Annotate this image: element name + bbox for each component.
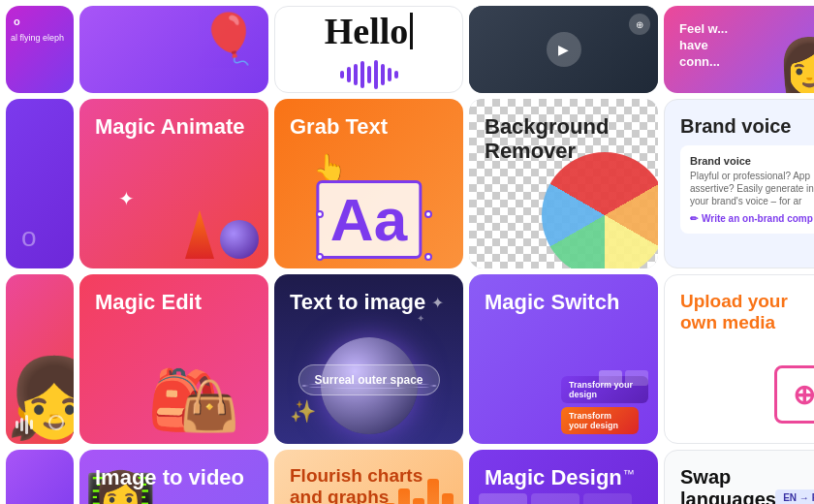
sparkle-icon: ✦ xyxy=(118,187,135,210)
preview-card-2 xyxy=(531,493,579,504)
cell-partial-left-2: o xyxy=(6,99,74,268)
wave-bar xyxy=(340,71,344,79)
selection-dot-bl xyxy=(316,253,324,261)
bv-card-title: Brand voice xyxy=(690,155,814,167)
magic-design-label: Magic Design xyxy=(485,465,622,489)
design-previews xyxy=(479,493,648,504)
image-to-video-label: Image to video xyxy=(95,465,253,489)
preview-card-3 xyxy=(583,493,632,504)
play-button[interactable]: ▶ xyxy=(547,32,581,67)
cell-grab-text[interactable]: Grab Text 👆 Aa xyxy=(274,99,463,268)
wave-bar xyxy=(388,68,391,81)
grab-text-label: Grab Text xyxy=(290,114,448,139)
partial-subtext: al flying eleph xyxy=(11,33,64,44)
text-to-image-label: Text to image xyxy=(290,290,448,314)
cell-magic-animate[interactable]: Magic Animate ✦ xyxy=(79,99,268,268)
preview-card-1 xyxy=(479,493,527,504)
cell-swap-languages[interactable]: Swap languages EN → FR ES → DE xyxy=(664,450,814,504)
video-symbol: ⊕ xyxy=(636,19,643,30)
wave-bar xyxy=(367,66,371,83)
sphere-shape xyxy=(220,220,259,259)
wave-lines xyxy=(340,60,398,89)
magic-switch-label: Magic Switch xyxy=(485,290,642,314)
upload-logo: ⊕ xyxy=(774,365,814,424)
cell-magic-switch[interactable]: Magic Switch Transform your design Trans… xyxy=(469,274,658,444)
brand-voice-card: Brand voice Playful or professional? App… xyxy=(680,145,814,234)
magic-animate-label: Magic Animate xyxy=(95,114,253,139)
brand-voice-heading: Brand voice xyxy=(680,115,814,138)
wf-bar xyxy=(20,418,23,431)
waveform xyxy=(16,415,33,434)
thumbnail-row xyxy=(599,370,648,386)
cone-shape xyxy=(185,210,214,259)
partial-caption: Feel w...haveconn... xyxy=(679,21,728,71)
wave-bar xyxy=(354,64,358,85)
cell-text-to-image[interactable]: Text to image ✦ ✦ Surreal outer space ✨ xyxy=(274,274,463,444)
wave-bar xyxy=(360,61,364,88)
surreal-space-label: Surreal outer space xyxy=(297,364,439,395)
cell-magic-design[interactable]: Magic Design ™ xyxy=(469,450,658,504)
swap-languages-label: Swap languages xyxy=(680,466,814,504)
thumb-1 xyxy=(599,370,622,386)
wf-bar xyxy=(25,415,28,434)
video-icon: ⊕ xyxy=(629,14,650,35)
wave-bar xyxy=(374,60,378,89)
aa-text: Aa xyxy=(316,180,422,259)
cell-image-to-video[interactable]: Image to video 👩‍💻 xyxy=(79,450,268,504)
aa-container: Aa xyxy=(316,180,422,259)
selection-dot-tr xyxy=(424,210,432,218)
cell-brand-voice[interactable]: Brand voice Brand voice Playful or profe… xyxy=(664,99,814,268)
bg-remover-label: Background Remover xyxy=(485,114,642,164)
sparkle-tiny: ✦ xyxy=(417,313,424,324)
cell-hello: Hello xyxy=(274,6,463,93)
partial-char: o xyxy=(21,222,37,253)
wave-bar xyxy=(381,64,385,85)
bv-write-button[interactable]: ✏ Write an on-brand comp xyxy=(690,213,814,224)
cell-magic-edit[interactable]: Magic Edit 🎒 👜 xyxy=(79,274,268,444)
wave-bar xyxy=(347,67,351,82)
hello-text: Hello xyxy=(325,10,409,52)
cell-video: ▶ ⊕ xyxy=(469,6,658,93)
cell-partial-left-1: o al flying eleph xyxy=(6,6,74,93)
cell-upload-media[interactable]: Upload your own media ⊕ xyxy=(664,274,814,444)
balloon-icon: 🎈 xyxy=(199,11,259,67)
text-cursor xyxy=(410,13,413,49)
features-grid: o al flying eleph 🎈 Hello ▶ xyxy=(0,0,814,504)
backpack-blue-icon: 👜 xyxy=(179,378,239,434)
cell-partial-right-1: ⊕ 👩 Feel w...haveconn... xyxy=(664,6,814,93)
selection-dot-br xyxy=(424,253,432,261)
wand-icon: ✨ xyxy=(290,399,316,425)
cell-flourish[interactable]: Flourish charts and graphs xyxy=(274,450,463,504)
wave-bar xyxy=(394,71,398,79)
hello-container: Hello xyxy=(325,10,414,52)
cell-bg-remover[interactable]: Background Remover xyxy=(469,99,658,268)
cell-balloon: 🎈 xyxy=(79,6,268,93)
cell-partial-left-4 xyxy=(6,450,74,504)
bv-card-desc: Playful or professional? App assertive? … xyxy=(690,170,814,207)
cell-partial-left-3: 👧 xyxy=(6,274,74,444)
video-content: ▶ xyxy=(547,32,581,67)
magic-edit-label: Magic Edit xyxy=(95,290,253,314)
switch-card-2: Transform your design xyxy=(561,407,639,434)
flourish-label: Flourish charts and graphs xyxy=(290,465,448,504)
upload-logo-symbol: ⊕ xyxy=(793,379,815,411)
wf-bar xyxy=(30,420,33,429)
thumb-2 xyxy=(625,370,648,386)
animate-shapes xyxy=(185,210,259,259)
upload-label: Upload your own media xyxy=(680,291,814,333)
magic-design-label-row: Magic Design ™ xyxy=(485,465,642,489)
circle-decoration xyxy=(48,415,64,430)
wf-bar xyxy=(16,421,18,428)
partial-text: o xyxy=(14,16,20,28)
selection-dot-tl xyxy=(316,210,324,218)
person-icon: 👩 xyxy=(776,40,814,93)
write-icon: ✏ xyxy=(690,213,698,224)
write-label: Write an on-brand comp xyxy=(702,213,813,224)
tm-mark: ™ xyxy=(623,467,635,481)
